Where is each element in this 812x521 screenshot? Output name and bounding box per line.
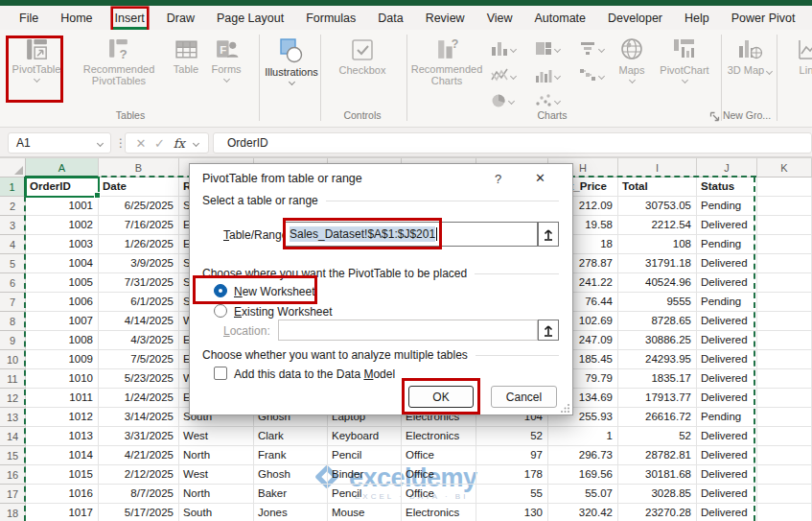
cell-A18[interactable]: 1017 — [26, 504, 99, 521]
tab-file[interactable]: File — [17, 9, 40, 28]
cancel-button[interactable]: Cancel — [491, 386, 557, 408]
tab-data[interactable]: Data — [376, 9, 405, 28]
formula-input[interactable]: OrderID — [213, 132, 812, 154]
cell-J10[interactable]: Delivered — [697, 350, 757, 369]
cell-H17[interactable]: 55.07 — [548, 485, 618, 504]
cell-I10[interactable]: 24293.95 — [618, 350, 697, 369]
cell-E16[interactable]: Binder — [328, 465, 402, 485]
help-icon[interactable]: ? — [495, 172, 501, 186]
cell-J7[interactable]: Pending — [697, 293, 757, 312]
row-header-7[interactable]: 7 — [0, 293, 26, 312]
row-header-17[interactable]: 17 — [0, 485, 26, 504]
cell-I12[interactable]: 17913.77 — [618, 389, 697, 408]
cell-J18[interactable]: Delivered — [697, 504, 757, 521]
cell-F15[interactable]: Office — [402, 446, 476, 465]
cell-K9[interactable] — [757, 331, 812, 350]
cell-B9[interactable]: 4/3/2025 — [99, 331, 179, 350]
cell-E15[interactable]: Pencil — [328, 446, 402, 465]
ok-button[interactable]: OK — [408, 386, 474, 408]
cell-J14[interactable]: Delivered — [697, 427, 757, 446]
name-box[interactable]: A1 — [8, 132, 111, 154]
cell-A7[interactable]: 1006 — [26, 293, 99, 312]
cell-D15[interactable]: Frank — [254, 446, 328, 465]
cell-J4[interactable]: Pending — [697, 235, 757, 254]
cell-B6[interactable]: 7/31/2025 — [99, 273, 179, 293]
cell-K18[interactable] — [757, 504, 812, 521]
cell-K11[interactable] — [757, 369, 812, 389]
insert-column-chart-button[interactable] — [491, 41, 516, 56]
cell-J15[interactable]: Delivered — [697, 446, 757, 465]
cell-D18[interactable]: Jones — [254, 504, 328, 521]
pivottable-button[interactable]: PivotTable — [10, 36, 63, 82]
cell-K6[interactable] — [757, 273, 812, 293]
cell-I11[interactable]: 1835.17 — [618, 369, 697, 389]
recommended-charts-button[interactable]: ? Recommended Charts — [410, 36, 483, 86]
cell-C18[interactable]: South — [179, 504, 254, 521]
cell-K3[interactable] — [757, 216, 812, 235]
cell-G18[interactable]: 130 — [476, 504, 548, 521]
cell-J13[interactable]: Pending — [697, 408, 757, 427]
cell-K8[interactable] — [757, 312, 812, 331]
cell-A11[interactable]: 1010 — [26, 369, 99, 389]
cell-K16[interactable] — [757, 465, 812, 485]
insert-function-icon[interactable]: fx — [174, 136, 185, 151]
column-header-K[interactable]: K — [757, 158, 812, 178]
range-picker-button[interactable] — [538, 222, 559, 247]
cell-I13[interactable]: 26616.72 — [618, 408, 697, 427]
resize-grip-icon[interactable] — [561, 403, 570, 413]
cell-K1[interactable] — [757, 178, 812, 197]
cell-C17[interactable]: North — [179, 485, 254, 504]
row-header-4[interactable]: 4 — [0, 235, 26, 254]
row-header-10[interactable]: 10 — [0, 350, 26, 369]
pivotchart-button[interactable]: PivotChart — [654, 36, 715, 83]
cell-G15[interactable]: 97 — [476, 446, 548, 465]
column-header-I[interactable]: I — [618, 158, 697, 178]
cell-J6[interactable]: Delivered — [697, 273, 757, 293]
cell-B16[interactable]: 2/12/2025 — [99, 465, 179, 485]
row-header-16[interactable]: 16 — [0, 465, 26, 485]
cell-K5[interactable] — [757, 254, 812, 273]
line-sparkline-button[interactable]: Line — [784, 36, 812, 76]
cell-B18[interactable]: 5/17/2025 — [99, 504, 179, 521]
cell-D16[interactable]: Ghosh — [254, 465, 328, 485]
cell-J2[interactable]: Pending — [697, 197, 757, 216]
cell-I16[interactable]: 30181.68 — [618, 465, 697, 485]
row-header-18[interactable]: 18 — [0, 504, 26, 521]
3d-map-button[interactable]: 3D Map — [727, 36, 773, 76]
cell-I1[interactable]: Total — [618, 178, 697, 197]
cell-A3[interactable]: 1002 — [26, 216, 99, 235]
cell-J3[interactable]: Delivered — [697, 216, 757, 235]
cell-I6[interactable]: 40524.96 — [618, 273, 697, 293]
cell-K2[interactable] — [757, 197, 812, 216]
column-header-A[interactable]: A — [26, 158, 99, 178]
cell-E18[interactable]: Mouse — [328, 504, 402, 521]
cell-J9[interactable]: Delivered — [697, 331, 757, 350]
cell-C14[interactable]: West — [179, 427, 254, 446]
cell-K4[interactable] — [757, 235, 812, 254]
tab-formulas[interactable]: Formulas — [304, 9, 358, 28]
cell-A16[interactable]: 1015 — [26, 465, 99, 485]
cell-B11[interactable]: 5/23/2025 — [99, 369, 179, 389]
row-header-8[interactable]: 8 — [0, 312, 26, 331]
cell-B3[interactable]: 7/16/2025 — [99, 216, 179, 235]
cell-A14[interactable]: 1013 — [26, 427, 99, 446]
cell-H16[interactable]: 169.56 — [548, 465, 618, 485]
tab-review[interactable]: Review — [424, 9, 467, 28]
cell-G14[interactable]: 52 — [476, 427, 548, 446]
cell-B7[interactable]: 6/1/2025 — [99, 293, 179, 312]
cell-I18[interactable]: 23270.28 — [618, 504, 697, 521]
row-header-11[interactable]: 11 — [0, 369, 26, 389]
row-header-5[interactable]: 5 — [0, 254, 26, 273]
insert-pie-chart-button[interactable] — [491, 93, 514, 108]
cell-I14[interactable]: 52 — [618, 427, 697, 446]
cell-B2[interactable]: 6/25/2025 — [99, 197, 179, 216]
row-header-1[interactable]: 1 — [0, 178, 26, 197]
cell-B1[interactable]: Date — [99, 178, 179, 197]
cell-K7[interactable] — [757, 293, 812, 312]
table-range-input[interactable]: Sales_Dataset!$A$1:$J$201 — [285, 222, 538, 247]
cell-I7[interactable]: 9555 — [618, 293, 697, 312]
select-all-corner[interactable] — [0, 158, 26, 178]
cell-A8[interactable]: 1007 — [26, 312, 99, 331]
cell-H18[interactable]: 320.42 — [548, 504, 618, 521]
forms-button[interactable]: F Forms — [205, 36, 247, 82]
